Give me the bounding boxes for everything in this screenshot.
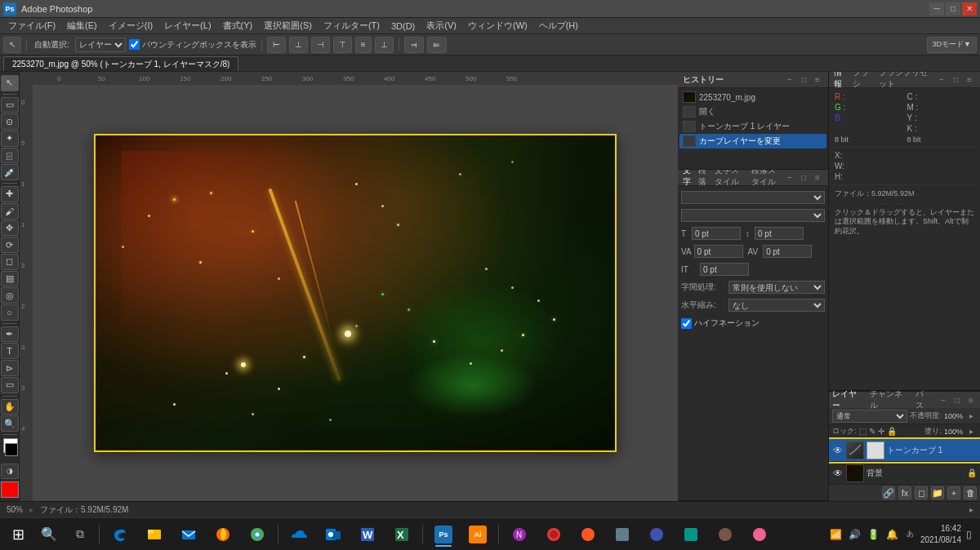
show-transform-checkbox[interactable] <box>129 39 140 50</box>
layers-minimize-icon[interactable]: − <box>938 394 949 406</box>
char-minimize-icon[interactable]: − <box>784 172 795 184</box>
history-close-icon[interactable]: ≡ <box>812 74 823 86</box>
quick-mask-btn[interactable]: ◑ <box>1 464 19 480</box>
layer-row-tonecurve[interactable]: 👁 トーンカーブ 1 <box>829 439 980 462</box>
menu-window[interactable]: ウィンドウ(W) <box>463 18 532 33</box>
move-tool[interactable]: ↖ <box>1 75 19 91</box>
show-transform-label[interactable]: バウンティングボックスを表示 <box>129 39 256 51</box>
close-button[interactable]: ✕ <box>962 2 977 16</box>
color-swap[interactable] <box>1 437 19 459</box>
marquee-tool[interactable]: ▭ <box>1 97 19 113</box>
lock-pos-icon[interactable]: ✛ <box>878 427 884 436</box>
taskbar-outlook[interactable] <box>317 521 350 548</box>
align-right-btn[interactable]: ⊣ <box>311 37 330 53</box>
taskbar-misc-6[interactable] <box>675 521 707 548</box>
lock-transparent-icon[interactable]: ⬚ <box>859 427 866 436</box>
taskbar-word[interactable]: W <box>351 521 384 548</box>
taskbar-misc-1[interactable]: N <box>503 521 536 548</box>
taskbar-misc-7[interactable] <box>709 521 742 548</box>
eraser-tool[interactable]: ◻ <box>1 254 19 270</box>
move-tool-options[interactable]: ↖ <box>3 37 21 53</box>
scale-input[interactable] <box>700 263 749 276</box>
add-style-btn[interactable]: fx <box>898 486 911 499</box>
paths-tab[interactable]: パス <box>915 388 931 411</box>
channels-tab[interactable]: チャンネル <box>870 388 909 411</box>
char-tab-text[interactable]: 文字 <box>683 170 693 188</box>
layer-row-bg[interactable]: 👁 背景 🔒 <box>829 462 980 485</box>
delete-layer-btn[interactable]: 🗑 <box>964 486 977 499</box>
align-middle-btn[interactable]: ≡ <box>355 37 372 53</box>
menu-3d[interactable]: 3D(D) <box>386 20 420 33</box>
brush-tab[interactable]: ブラシ <box>853 72 874 90</box>
char-maximize-icon[interactable]: □ <box>798 172 809 184</box>
opacity-icon[interactable]: ▸ <box>965 410 977 422</box>
brush-tool[interactable]: 🖌 <box>1 203 19 220</box>
history-item-0[interactable]: 2253270_m.jpg <box>679 90 826 104</box>
sys-volume-icon[interactable]: 🔊 <box>847 527 862 542</box>
gradient-tool[interactable]: ▤ <box>1 271 19 287</box>
document-tab[interactable]: 2253270_m.jpg @ 50% (トーンカーブ 1, レイヤーマスク/8… <box>3 56 238 71</box>
char-tab-parastyle[interactable]: 段落スタイル <box>751 170 784 188</box>
taskbar-excel[interactable]: X <box>385 521 418 548</box>
add-mask-btn[interactable]: ◻ <box>915 486 928 499</box>
link-layers-btn[interactable]: 🔗 <box>882 486 895 499</box>
search-button[interactable]: 🔍 <box>34 521 64 548</box>
taskbar-onedrive[interactable] <box>283 521 315 548</box>
layer-select-dropdown[interactable]: レイヤー グループ <box>75 38 126 52</box>
image-canvas[interactable] <box>94 134 617 452</box>
taskbar-misc-2[interactable] <box>537 521 570 548</box>
history-brush-tool[interactable]: ⟳ <box>1 237 19 253</box>
menu-edit[interactable]: 編集(E) <box>62 18 102 33</box>
layers-maximize-icon[interactable]: □ <box>951 394 963 406</box>
taskbar-misc-3[interactable] <box>572 521 604 548</box>
taskbar-chrome[interactable] <box>241 521 274 548</box>
edit-in-quick-mask[interactable] <box>1 481 19 498</box>
char-panel-header[interactable]: 文字 段落 文字スタイル 段落スタイル − □ ≡ <box>678 170 828 186</box>
zoom-tool[interactable]: 🔍 <box>1 415 19 432</box>
font-family-select[interactable] <box>681 191 825 204</box>
new-group-btn[interactable]: 📁 <box>931 486 944 499</box>
restore-button[interactable]: □ <box>946 2 960 16</box>
font-style-select[interactable] <box>681 209 825 222</box>
sys-show-desktop-icon[interactable]: ▯ <box>964 527 973 542</box>
sys-battery-icon[interactable]: 🔋 <box>866 527 881 542</box>
clone-tool[interactable]: ✥ <box>1 220 19 237</box>
eyedropper-tool[interactable]: 💉 <box>1 164 19 180</box>
char-tab-textstyle[interactable]: 文字スタイル <box>715 170 747 188</box>
pen-tool[interactable]: ✒ <box>1 326 19 343</box>
taskview-button[interactable]: ⧉ <box>65 521 95 548</box>
info-panel-header[interactable]: 情報 ブラシ ブラシプリセット − □ ≡ <box>829 72 980 88</box>
menu-type[interactable]: 書式(Y) <box>218 18 258 33</box>
font-size-input[interactable] <box>692 227 741 240</box>
align-top-btn[interactable]: ⊤ <box>333 37 352 53</box>
align-bottom-btn[interactable]: ⊥ <box>375 37 394 53</box>
sys-network-icon[interactable]: 📶 <box>828 527 844 542</box>
type-tool[interactable]: T <box>1 343 19 359</box>
taskbar-time[interactable]: 16:42 2021/08/14 <box>920 523 961 546</box>
start-button[interactable]: ⊞ <box>3 521 33 548</box>
hyphen-checkbox[interactable] <box>681 318 692 329</box>
menu-view[interactable]: 表示(V) <box>421 18 461 33</box>
mojikumi-select[interactable]: なし <box>728 299 825 312</box>
layer-eye-tonecurve[interactable]: 👁 <box>832 445 844 456</box>
minimize-button[interactable]: ─ <box>929 2 944 16</box>
menu-image[interactable]: イメージ(I) <box>104 18 158 33</box>
track-input[interactable] <box>763 245 812 258</box>
taskbar-firefox[interactable] <box>207 521 239 548</box>
blend-mode-select[interactable]: 通常 <box>832 410 907 423</box>
distribute-v-btn[interactable]: ⫢ <box>427 37 447 53</box>
info-tab[interactable]: 情報 <box>834 72 848 90</box>
info-menu-icon[interactable]: ≡ <box>964 74 975 86</box>
new-layer-btn[interactable]: + <box>947 486 960 499</box>
taskbar-mail[interactable] <box>172 521 205 548</box>
layers-tab[interactable]: レイヤー <box>832 388 863 412</box>
spot-heal-tool[interactable]: ✚ <box>1 186 19 202</box>
lock-all-icon[interactable]: 🔒 <box>887 427 897 436</box>
input-method[interactable]: あ <box>903 529 917 539</box>
align-center-btn[interactable]: ⊥ <box>289 37 308 53</box>
taskbar-misc-4[interactable] <box>606 521 639 548</box>
dodge-tool[interactable]: ○ <box>1 304 19 321</box>
menu-filter[interactable]: フィルター(T) <box>318 18 385 33</box>
char-tab-para[interactable]: 段落 <box>698 170 709 188</box>
kern-input[interactable] <box>694 245 743 258</box>
